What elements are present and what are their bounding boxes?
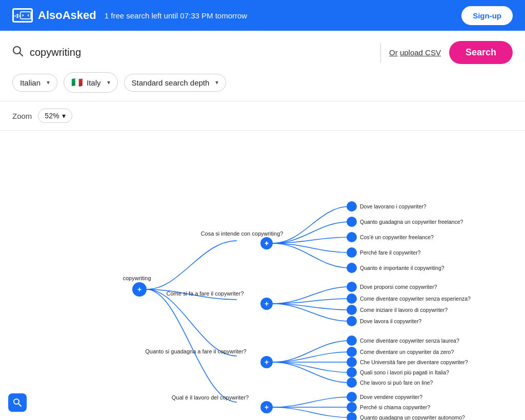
b2-node[interactable] — [260, 298, 273, 310]
search-button[interactable]: Search — [449, 41, 513, 64]
b1-l3-label: Cos'è un copywriter freelance? — [360, 234, 434, 240]
zoom-label: Zoom — [12, 112, 32, 120]
b1-l2-node[interactable] — [347, 217, 357, 227]
zoom-bar: Zoom 52% ▾ — [0, 101, 525, 131]
search-area: Or upload CSV Search Italian ▾ 🇮🇹 Italy … — [0, 31, 525, 101]
search-divider — [380, 43, 381, 63]
b4-l1-node[interactable] — [347, 392, 357, 402]
b3-l3-label: Che Università fare per diventare copywr… — [360, 359, 468, 365]
b2-l3-node[interactable] — [347, 305, 357, 315]
b4-l2-node[interactable] — [347, 402, 357, 412]
filter-row: Italian ▾ 🇮🇹 Italy ▾ Standard search dep… — [12, 72, 513, 101]
zoom-select[interactable]: 52% ▾ — [38, 109, 72, 123]
line-b4-l3 — [273, 407, 350, 417]
b3-l2-node[interactable] — [347, 347, 357, 357]
b1-l4-label: Perché fare il copywriter? — [360, 249, 421, 256]
logo: AlsoAsked — [12, 8, 96, 23]
b1-node[interactable] — [260, 237, 273, 249]
diagram-area: copywriting + Cosa si intende con copywr… — [0, 131, 525, 420]
country-chevron: ▾ — [107, 79, 110, 86]
svg-marker-1 — [23, 14, 24, 17]
zoom-chevron: ▾ — [62, 112, 66, 120]
svg-marker-2 — [27, 14, 29, 17]
tree-diagram: copywriting + Cosa si intende con copywr… — [10, 141, 515, 420]
header-notice: 1 free search left until 07:33 PM tomorr… — [105, 11, 247, 20]
b1-l1-node[interactable] — [347, 201, 357, 212]
b1-l2-label: Quanto guadagna un copywriter freelance? — [360, 219, 463, 225]
language-chevron: ▾ — [47, 79, 50, 86]
country-filter[interactable]: 🇮🇹 Italy ▾ — [64, 72, 118, 93]
b2-label: Come si fa a fare il copywriter? — [167, 290, 244, 297]
b4-l1-label: Dove vendere copywriter? — [360, 394, 422, 400]
b3-node[interactable] — [260, 356, 273, 368]
search-input-wrap — [12, 45, 372, 60]
line-b3-l4 — [273, 362, 350, 372]
b2-l4-label: Dove lavora il copywriter? — [360, 318, 421, 324]
b2-l2-label: Come diventare copywriter senza esperien… — [360, 296, 471, 302]
line-root-b4 — [147, 289, 237, 402]
b1-l5-node[interactable] — [347, 263, 357, 273]
b3-l4-label: Quali sono i lavori più pagati in Italia… — [360, 369, 449, 375]
b1-label: Cosa si intende con copywriting? — [201, 230, 284, 237]
b3-l2-label: Come diventare un copywriter da zero? — [360, 349, 454, 355]
search-input[interactable] — [30, 45, 372, 60]
b3-label: Quanto si guadagna a fare il copywriter? — [145, 348, 247, 354]
language-label: Italian — [20, 78, 41, 87]
b2-l4-node[interactable] — [347, 316, 357, 326]
svg-rect-0 — [21, 12, 31, 19]
signup-button[interactable]: Sign-up — [461, 6, 513, 25]
b4-node[interactable] — [260, 401, 273, 413]
header-left: AlsoAsked 1 free search left until 07:33… — [12, 8, 247, 23]
country-label: Italy — [87, 78, 101, 87]
b4-l3-label: Quanto guadagna un copywriter autonomo? — [360, 414, 465, 420]
b1-l3-node[interactable] — [347, 232, 357, 242]
b1-l4-node[interactable] — [347, 247, 357, 258]
b4-l2-label: Perché si chiama copywriter? — [360, 404, 430, 410]
svg-line-4 — [20, 53, 23, 56]
logo-text: AlsoAsked — [38, 9, 96, 22]
country-flag: 🇮🇹 — [71, 77, 83, 88]
b4-label: Qual è il lavoro del copywriter? — [172, 394, 249, 401]
b1-l1-label: Dove lavorano i copywriter? — [360, 203, 427, 209]
b3-l4-node[interactable] — [347, 367, 357, 377]
depth-filter[interactable]: Standard search depth ▾ — [124, 74, 227, 92]
zoom-value: 52% — [45, 112, 59, 120]
search-row: Or upload CSV Search — [12, 41, 513, 64]
b3-l3-node[interactable] — [347, 357, 357, 367]
upload-csv-text[interactable]: upload CSV — [400, 48, 441, 57]
b3-l1-label: Come diventare copywriter senza laurea? — [360, 338, 459, 344]
upload-csv-link: Or upload CSV — [389, 48, 441, 57]
line-b2-l4 — [273, 304, 350, 321]
search-icon — [12, 46, 24, 59]
b1-l5-label: Quanto è importante il copywriting? — [360, 265, 445, 271]
depth-chevron: ▾ — [215, 79, 218, 86]
b4-l3-node[interactable] — [347, 412, 357, 420]
logo-icon — [12, 8, 33, 23]
line-b4-l1 — [273, 397, 350, 407]
root-label: copywriting — [123, 275, 151, 281]
line-b3-l1 — [273, 341, 350, 362]
b3-l1-node[interactable] — [347, 335, 357, 346]
b2-l3-label: Come iniziare il lavoro di copywriter? — [360, 307, 448, 313]
header: AlsoAsked 1 free search left until 07:33… — [0, 0, 525, 31]
depth-label: Standard search depth — [132, 78, 210, 87]
line-b3-l5 — [273, 362, 350, 383]
line-b1-l5 — [273, 243, 350, 268]
upload-prefix: Or — [389, 48, 398, 57]
b3-l5-node[interactable] — [347, 377, 357, 388]
root-node[interactable] — [132, 282, 147, 297]
b2-l1-label: Dove proporsi come copywriter? — [360, 284, 437, 290]
key-icon[interactable] — [8, 393, 27, 412]
line-b3-l2 — [273, 352, 350, 362]
language-filter[interactable]: Italian ▾ — [12, 74, 57, 92]
svg-line-7 — [18, 404, 21, 406]
line-root-b1 — [147, 241, 237, 289]
b3-l5-label: Che lavoro si può fare on line? — [360, 380, 433, 386]
b2-l2-node[interactable] — [347, 293, 357, 304]
b2-l1-node[interactable] — [347, 282, 357, 292]
